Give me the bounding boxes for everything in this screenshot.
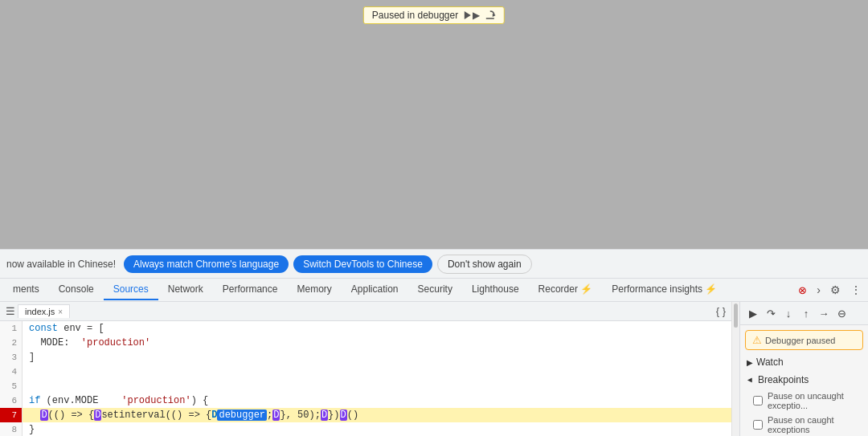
scroll-thumb[interactable] xyxy=(734,304,738,328)
code-scrollbar[interactable] xyxy=(731,302,739,436)
close-error-icon[interactable]: ⊗ xyxy=(795,284,810,296)
breakpoints-chevron-icon: ▼ xyxy=(746,376,755,384)
tab-application[interactable]: Application xyxy=(342,279,408,300)
tab-performance-insights[interactable]: Performance insights ⚡ xyxy=(602,279,727,300)
code-editor: 1 const env = [ 2 MODE: 'production' 3 ]… xyxy=(0,321,731,436)
line-content-7: D(() => {Dsetinterval(() => {Ddebugger;D… xyxy=(23,408,358,422)
pause-caught-label: Pause on caught exceptions xyxy=(768,415,862,434)
debugger-paused-label: Debugger paused xyxy=(765,336,835,345)
debugger-controls: ▶ ↷ ↓ ↑ → ⊖ xyxy=(740,302,868,325)
line-num-7: 7 xyxy=(0,408,23,422)
tab-sources[interactable]: Sources xyxy=(104,279,158,300)
line-num-5: 5 xyxy=(0,379,23,393)
line-num-4: 4 xyxy=(0,365,23,379)
line-content-1: const env = [ xyxy=(23,321,104,336)
code-line-4: 4 xyxy=(0,365,731,379)
breakpoints-section-header[interactable]: ▼ Breakpoints xyxy=(740,371,868,389)
always-match-language-button[interactable]: Always match Chrome's language xyxy=(124,255,289,273)
tab-network[interactable]: Network xyxy=(158,279,213,300)
settings-icon[interactable]: ⚙ xyxy=(827,283,844,296)
viewport-area: Paused in debugger ▶ xyxy=(0,0,868,249)
tab-lighthouse[interactable]: Lighthouse xyxy=(462,279,529,300)
code-line-6: 6 if (env.MODE 'production') { xyxy=(0,393,731,408)
line-content-3: ] xyxy=(23,350,35,365)
code-line-3: 3 ] xyxy=(0,350,731,365)
pause-caught-checkbox[interactable] xyxy=(753,420,763,430)
tab-elements[interactable]: ments xyxy=(3,279,49,300)
tab-security[interactable]: Security xyxy=(408,279,462,300)
line-num-8: 8 xyxy=(0,422,23,436)
debugger-banner: Paused in debugger ▶ xyxy=(363,6,505,24)
dont-show-again-button[interactable]: Don't show again xyxy=(437,255,532,274)
resume-button[interactable]: ▶ xyxy=(463,10,480,21)
pause-uncaught-item[interactable]: Pause on uncaught exceptio... xyxy=(740,389,868,413)
pause-uncaught-label: Pause on uncaught exceptio... xyxy=(768,391,862,410)
language-prompt-text: now available in Chinese! xyxy=(6,259,116,270)
code-line-1: 1 const env = [ xyxy=(0,321,731,336)
devtools-tab-icons: ⊗ › ⚙ ⋮ xyxy=(795,283,865,296)
language-bar: now available in Chinese! Always match C… xyxy=(0,249,868,278)
tab-performance[interactable]: Performance xyxy=(213,279,288,300)
line-content-2: MODE: 'production' xyxy=(23,336,150,350)
code-line-2: 2 MODE: 'production' xyxy=(0,336,731,350)
sidebar-toggle-icon[interactable]: ☰ xyxy=(3,304,18,319)
line-content-6: if (env.MODE 'production') { xyxy=(23,393,208,408)
step-over-button[interactable] xyxy=(485,10,496,21)
right-panel: ▶ ↷ ↓ ↑ → ⊖ ⚠ Debugger paused ▶ Watch ▼ … xyxy=(739,302,868,436)
file-tab-indexjs[interactable]: index.js × xyxy=(18,304,70,318)
step-into-ctrl-icon[interactable]: ↓ xyxy=(780,305,796,321)
file-tab-close-icon[interactable]: × xyxy=(58,308,63,316)
watch-chevron-icon: ▶ xyxy=(747,358,753,367)
debugger-paused-text: Paused in debugger xyxy=(372,10,458,21)
line-content-8: } xyxy=(23,422,35,436)
breakpoints-label: Breakpoints xyxy=(758,374,809,385)
sources-panel: ☰ index.js × { } 1 const env = [ 2 MODE:… xyxy=(0,302,868,436)
line-num-2: 2 xyxy=(0,336,23,350)
code-line-7: 7 D(() => {Dsetinterval(() => {Ddebugger… xyxy=(0,408,731,422)
pause-caught-item[interactable]: Pause on caught exceptions xyxy=(740,413,868,436)
watch-label: Watch xyxy=(756,357,784,368)
svg-rect-1 xyxy=(463,10,465,20)
more-icon[interactable]: ⋮ xyxy=(847,283,865,296)
line-num-3: 3 xyxy=(0,350,23,365)
debugger-paused-badge: ⚠ Debugger paused xyxy=(745,330,863,350)
expand-icon[interactable]: › xyxy=(813,283,824,296)
watch-section-header[interactable]: ▶ Watch xyxy=(740,353,868,371)
pause-uncaught-checkbox[interactable] xyxy=(753,396,763,405)
deactivate-bp-icon[interactable]: ⊖ xyxy=(833,305,850,321)
devtools-tab-bar: ments Console Sources Network Performanc… xyxy=(0,278,868,302)
switch-devtools-chinese-button[interactable]: Switch DevTools to Chinese xyxy=(293,255,432,273)
format-icon[interactable]: { } xyxy=(714,304,728,319)
resume-ctrl-icon[interactable]: ▶ xyxy=(745,305,761,321)
code-line-8: 8 } xyxy=(0,422,731,436)
tab-recorder[interactable]: Recorder ⚡ xyxy=(529,279,603,300)
step-ctrl-icon[interactable]: → xyxy=(816,305,832,321)
code-line-5: 5 xyxy=(0,379,731,393)
tab-memory[interactable]: Memory xyxy=(287,279,341,300)
code-editor-area: ☰ index.js × { } 1 const env = [ 2 MODE:… xyxy=(0,302,731,436)
svg-marker-0 xyxy=(465,11,471,19)
file-tab-bar: ☰ index.js × { } xyxy=(0,302,731,321)
tab-console[interactable]: Console xyxy=(49,279,104,300)
line-num-6: 6 xyxy=(0,393,23,408)
file-tab-name: index.js xyxy=(25,307,55,316)
warning-icon: ⚠ xyxy=(752,334,762,346)
line-num-1: 1 xyxy=(0,321,23,336)
step-out-ctrl-icon[interactable]: ↑ xyxy=(798,305,814,321)
step-over-ctrl-icon[interactable]: ↷ xyxy=(763,305,779,321)
